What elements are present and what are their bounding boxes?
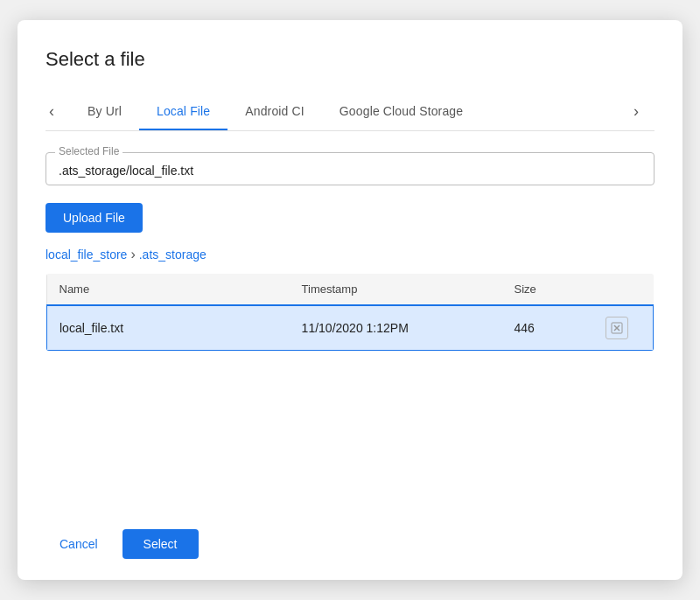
- tab-next-arrow[interactable]: ›: [630, 95, 654, 128]
- col-header-name: Name: [46, 274, 290, 306]
- tab-local-file[interactable]: Local File: [139, 92, 228, 130]
- dialog-footer: Cancel Select: [46, 501, 654, 559]
- tab-android-ci[interactable]: Android CI: [228, 92, 322, 130]
- col-header-action: [593, 274, 654, 306]
- col-header-timestamp: Timestamp: [290, 274, 502, 306]
- tabs-container: ‹ By Url Local File Android CI Google Cl…: [46, 92, 654, 131]
- breadcrumb-item-root[interactable]: local_file_store: [46, 248, 127, 262]
- file-name: local_file.txt: [46, 305, 290, 351]
- tab-prev-arrow[interactable]: ‹: [46, 95, 70, 128]
- selected-file-value: .ats_storage/local_file.txt: [59, 164, 641, 178]
- col-header-size: Size: [501, 274, 592, 306]
- breadcrumb: local_file_store › .ats_storage: [46, 247, 654, 262]
- selected-file-label: Selected File: [55, 145, 122, 157]
- breadcrumb-separator: ›: [130, 247, 135, 262]
- tab-google-cloud-storage[interactable]: Google Cloud Storage: [322, 92, 480, 130]
- breadcrumb-item-current[interactable]: .ats_storage: [139, 248, 206, 262]
- file-size: 446: [501, 305, 592, 351]
- delete-file-button[interactable]: [606, 317, 628, 339]
- cancel-button[interactable]: Cancel: [46, 529, 112, 559]
- file-action: [593, 305, 654, 351]
- dialog: Select a file ‹ By Url Local File Androi…: [18, 20, 682, 580]
- upload-file-button[interactable]: Upload File: [46, 203, 143, 233]
- dialog-title: Select a file: [46, 48, 654, 71]
- file-table: Name Timestamp Size local_file.txt 11/10…: [46, 273, 654, 352]
- tabs-list: By Url Local File Android CI Google Clou…: [70, 92, 630, 130]
- selected-file-field: Selected File .ats_storage/local_file.tx…: [46, 152, 654, 185]
- table-header-row: Name Timestamp Size: [46, 274, 654, 306]
- content-area: Selected File .ats_storage/local_file.tx…: [46, 131, 654, 501]
- tab-by-url[interactable]: By Url: [70, 92, 139, 130]
- file-timestamp: 11/10/2020 1:12PM: [290, 305, 502, 351]
- select-button[interactable]: Select: [122, 529, 199, 559]
- table-row[interactable]: local_file.txt 11/10/2020 1:12PM 446: [46, 305, 654, 351]
